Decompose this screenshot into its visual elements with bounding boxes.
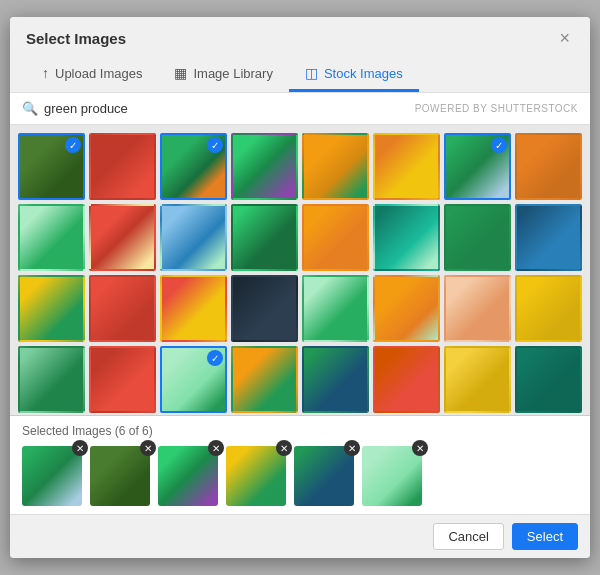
selected-thumb-img-2 xyxy=(90,446,150,506)
selected-thumb-3: ✕ xyxy=(158,446,218,506)
check-badge-3: ✓ xyxy=(207,137,223,153)
image-cell-19[interactable]: ✓ xyxy=(160,275,227,342)
image-cell-30[interactable]: ✓ xyxy=(373,346,440,413)
cancel-button[interactable]: Cancel xyxy=(433,523,503,550)
image-cell-7[interactable]: ✓ xyxy=(444,133,511,200)
tab-stock[interactable]: ◫ Stock Images xyxy=(289,57,419,92)
select-images-dialog: Select Images × ↑ Upload Images ▦ Image … xyxy=(10,17,590,558)
image-cell-2[interactable]: ✓ xyxy=(89,133,156,200)
stock-icon: ◫ xyxy=(305,65,318,81)
selected-count-value: 6 of 6 xyxy=(119,424,149,438)
image-cell-4[interactable]: ✓ xyxy=(231,133,298,200)
search-input[interactable] xyxy=(44,101,244,116)
selected-thumb-1: ✕ xyxy=(22,446,82,506)
search-bar: 🔍 POWERED BY SHUTTERSTOCK xyxy=(10,93,590,125)
image-cell-8[interactable]: ✓ xyxy=(515,133,582,200)
remove-thumb-button-3[interactable]: ✕ xyxy=(208,440,224,456)
image-cell-23[interactable]: ✓ xyxy=(444,275,511,342)
remove-thumb-button-4[interactable]: ✕ xyxy=(276,440,292,456)
image-cell-32[interactable]: ✓ xyxy=(515,346,582,413)
selected-thumb-img-4 xyxy=(226,446,286,506)
selected-thumb-4: ✕ xyxy=(226,446,286,506)
image-cell-3[interactable]: ✓ xyxy=(160,133,227,200)
image-cell-1[interactable]: ✓ xyxy=(18,133,85,200)
powered-by-label: POWERED BY SHUTTERSTOCK xyxy=(415,103,578,114)
selected-panel-title: Selected Images (6 of 6) xyxy=(22,424,578,438)
dialog-header: Select Images × ↑ Upload Images ▦ Image … xyxy=(10,17,590,93)
tab-bar: ↑ Upload Images ▦ Image Library ◫ Stock … xyxy=(26,57,574,92)
selected-thumb-img-5 xyxy=(294,446,354,506)
image-cell-5[interactable]: ✓ xyxy=(302,133,369,200)
remove-thumb-button-5[interactable]: ✕ xyxy=(344,440,360,456)
remove-thumb-button-2[interactable]: ✕ xyxy=(140,440,156,456)
image-cell-28[interactable]: ✓ xyxy=(231,346,298,413)
remove-thumb-button-6[interactable]: ✕ xyxy=(412,440,428,456)
image-cell-17[interactable]: ✓ xyxy=(18,275,85,342)
image-cell-24[interactable]: ✓ xyxy=(515,275,582,342)
image-cell-16[interactable]: ✓ xyxy=(515,204,582,271)
image-cell-10[interactable]: ✓ xyxy=(89,204,156,271)
image-cell-12[interactable]: ✓ xyxy=(231,204,298,271)
selected-thumb-6: ✕ xyxy=(362,446,422,506)
select-button[interactable]: Select xyxy=(512,523,578,550)
image-cell-26[interactable]: ✓ xyxy=(89,346,156,413)
image-cell-15[interactable]: ✓ xyxy=(444,204,511,271)
image-cell-21[interactable]: ✓ xyxy=(302,275,369,342)
image-cell-27[interactable]: ✓ xyxy=(160,346,227,413)
image-cell-25[interactable]: ✓ xyxy=(18,346,85,413)
image-cell-11[interactable]: ✓ xyxy=(160,204,227,271)
image-cell-13[interactable]: ✓ xyxy=(302,204,369,271)
dialog-footer: Cancel Select xyxy=(10,514,590,558)
image-grid-wrapper[interactable]: ✓✓✓✓✓✓✓✓✓✓✓✓✓✓✓✓✓✓✓✓✓✓✓✓✓✓✓✓✓✓✓✓ xyxy=(10,125,590,415)
image-cell-31[interactable]: ✓ xyxy=(444,346,511,413)
image-grid: ✓✓✓✓✓✓✓✓✓✓✓✓✓✓✓✓✓✓✓✓✓✓✓✓✓✓✓✓✓✓✓✓ xyxy=(18,133,582,413)
image-cell-29[interactable]: ✓ xyxy=(302,346,369,413)
tab-stock-label: Stock Images xyxy=(324,66,403,81)
check-badge-27: ✓ xyxy=(207,350,223,366)
selected-thumbs: ✕✕✕✕✕✕ xyxy=(22,446,578,506)
upload-icon: ↑ xyxy=(42,65,49,81)
selected-panel: Selected Images (6 of 6) ✕✕✕✕✕✕ xyxy=(10,415,590,514)
search-left: 🔍 xyxy=(22,101,244,116)
close-button[interactable]: × xyxy=(555,29,574,47)
remove-thumb-button-1[interactable]: ✕ xyxy=(72,440,88,456)
tab-library-label: Image Library xyxy=(193,66,272,81)
image-cell-9[interactable]: ✓ xyxy=(18,204,85,271)
image-cell-18[interactable]: ✓ xyxy=(89,275,156,342)
selected-thumb-img-6 xyxy=(362,446,422,506)
selected-thumb-img-1 xyxy=(22,446,82,506)
selected-thumb-2: ✕ xyxy=(90,446,150,506)
dialog-title: Select Images xyxy=(26,30,126,47)
library-icon: ▦ xyxy=(174,65,187,81)
selected-thumb-5: ✕ xyxy=(294,446,354,506)
selected-thumb-img-3 xyxy=(158,446,218,506)
search-icon: 🔍 xyxy=(22,101,38,116)
image-cell-6[interactable]: ✓ xyxy=(373,133,440,200)
image-cell-22[interactable]: ✓ xyxy=(373,275,440,342)
tab-upload-label: Upload Images xyxy=(55,66,142,81)
check-badge-1: ✓ xyxy=(65,137,81,153)
tab-library[interactable]: ▦ Image Library xyxy=(158,57,288,92)
tab-upload[interactable]: ↑ Upload Images xyxy=(26,57,158,92)
image-cell-14[interactable]: ✓ xyxy=(373,204,440,271)
image-cell-20[interactable]: ✓ xyxy=(231,275,298,342)
check-badge-7: ✓ xyxy=(491,137,507,153)
